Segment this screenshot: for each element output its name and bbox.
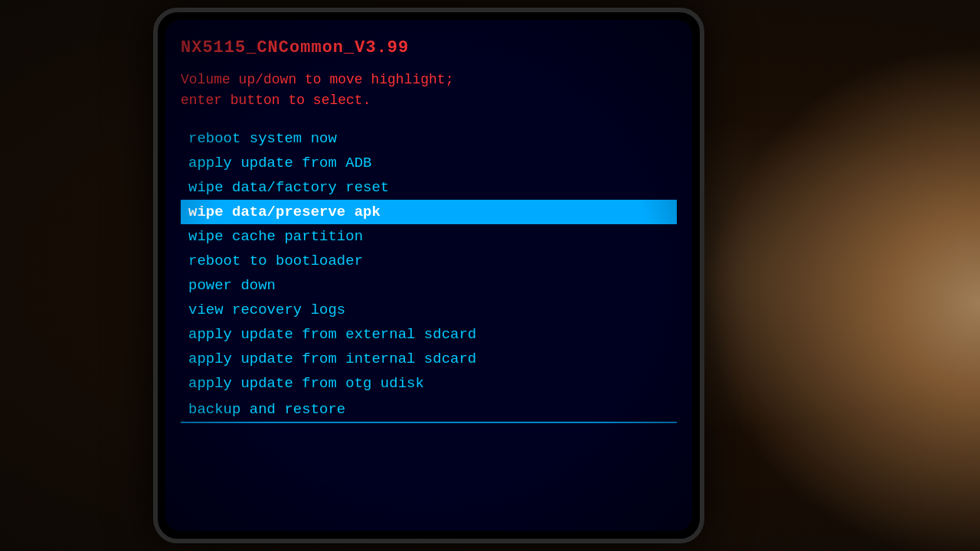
instruction-line-1: Volume up/down to move highlight; — [181, 72, 453, 87]
menu-item-apply-adb[interactable]: apply update from ADB — [181, 151, 677, 175]
menu-item-apply-otg-udisk[interactable]: apply update from otg udisk — [181, 371, 677, 396]
menu-item-view-recovery-logs[interactable]: view recovery logs — [181, 298, 677, 322]
menu-item-wipe-preserve-apk[interactable]: wipe data/preserve apk — [181, 200, 677, 224]
menu-item-reboot-bootloader[interactable]: reboot to bootloader — [181, 249, 677, 273]
instructions-text: Volume up/down to move highlight; enter … — [181, 70, 677, 111]
instruction-line-2: enter button to select. — [181, 93, 371, 108]
menu-item-backup-restore[interactable]: backup and restore — [181, 397, 677, 423]
recovery-menu: reboot system now apply update from ADB … — [181, 126, 677, 423]
menu-item-wipe-cache[interactable]: wipe cache partition — [181, 224, 677, 249]
phone-screen: NX5115_CNCommon_V3.99 Volume up/down to … — [165, 20, 692, 531]
phone-frame: NX5115_CNCommon_V3.99 Volume up/down to … — [153, 8, 704, 543]
menu-item-power-down[interactable]: power down — [181, 273, 677, 298]
menu-item-wipe-factory[interactable]: wipe data/factory reset — [181, 175, 677, 200]
menu-item-apply-internal-sdcard[interactable]: apply update from internal sdcard — [181, 347, 677, 371]
menu-item-apply-external-sdcard[interactable]: apply update from external sdcard — [181, 322, 677, 347]
version-header: NX5115_CNCommon_V3.99 — [181, 38, 677, 57]
menu-item-reboot-system[interactable]: reboot system now — [181, 126, 677, 151]
